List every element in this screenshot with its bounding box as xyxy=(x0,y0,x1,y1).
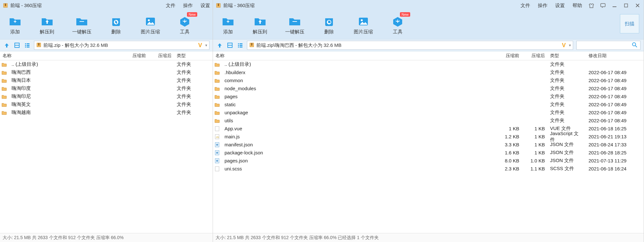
app-icon xyxy=(3,3,8,8)
list-item[interactable]: manifest.json3.3 KB1 KBJSON 文件2021-08-24… xyxy=(213,141,644,149)
file-type: 文件夹 xyxy=(174,85,213,91)
file-type: 文件夹 xyxy=(547,61,586,67)
svg-text:JS: JS xyxy=(216,136,219,139)
scan-button[interactable]: 扫描 xyxy=(620,14,639,33)
folder-icon xyxy=(1,62,7,67)
statusbar: 大小: 21.5 MB 共 2633 个文件和 912 个文件夹 压缩率 66.… xyxy=(213,233,644,242)
list-item[interactable]: static文件夹2022-06-17 08:49 xyxy=(213,100,644,108)
col-before[interactable]: 压缩前 xyxy=(123,53,148,59)
delete-button[interactable]: 删除 xyxy=(322,15,336,35)
extract-to-button[interactable]: 解压到 xyxy=(40,15,54,35)
col-date[interactable]: 修改日期 xyxy=(586,53,644,59)
col-name[interactable]: 名称 xyxy=(0,53,123,59)
list-item[interactable]: unpackage文件夹2022-06-17 08:49 xyxy=(213,108,644,117)
column-header: 名称 压缩前 压缩后 类型 xyxy=(0,51,213,60)
file-date: 2021-06-21 19:13 xyxy=(586,134,644,139)
tools-button[interactable]: New 工具 xyxy=(178,15,191,35)
list-item[interactable]: uni.scss2.3 KB1.1 KBSCSS 文件2021-06-18 16… xyxy=(213,165,644,173)
file-type: 文件夹 xyxy=(547,109,586,116)
file-icon xyxy=(214,166,220,172)
app-icon xyxy=(216,3,221,8)
image-compress-button[interactable]: 图片压缩 xyxy=(354,15,373,35)
list-item[interactable]: 嗨淘越南文件夹 xyxy=(0,108,213,117)
minimize-icon[interactable] xyxy=(611,2,618,9)
col-type[interactable]: 类型 xyxy=(547,53,586,59)
list-item[interactable]: 嗨淘日本文件夹 xyxy=(0,76,213,84)
chevron-down-icon[interactable]: ▾ xyxy=(569,43,571,48)
file-name: 嗨淘日本 xyxy=(9,77,123,83)
view-grid-icon[interactable] xyxy=(13,42,21,49)
view-list-icon[interactable] xyxy=(237,42,244,49)
path-input[interactable]: 前端.zip\嗨淘巴西 - 解包大小为 32.6 MB V ▾ xyxy=(247,41,573,50)
add-button[interactable]: 添加 xyxy=(221,15,235,35)
image-compress-button[interactable]: 图片压缩 xyxy=(141,15,160,35)
file-name: common xyxy=(222,78,496,83)
extract-to-icon xyxy=(40,15,54,27)
list-item[interactable]: common文件夹2022-06-17 08:49 xyxy=(213,76,644,84)
col-type[interactable]: 类型 xyxy=(174,53,213,59)
list-item[interactable]: 嗨淘印度文件夹 xyxy=(0,84,213,92)
path-input[interactable]: 前端.zip - 解包大小为 32.6 MB V ▾ xyxy=(34,41,209,50)
menu-settings[interactable]: 设置 xyxy=(200,3,210,9)
size-before: 1.6 KB xyxy=(496,150,522,155)
menu-help[interactable]: 帮助 xyxy=(572,3,582,9)
delete-icon xyxy=(109,15,123,27)
list-item[interactable]: package-lock.json1.6 KB1 KBJSON 文件2021-0… xyxy=(213,149,644,157)
file-type: JSON 文件 xyxy=(547,150,586,156)
pathbar: 前端.zip\嗨淘巴西 - 解包大小为 32.6 MB V ▾ xyxy=(213,39,644,51)
folder-icon xyxy=(214,86,220,91)
file-icon xyxy=(214,158,220,164)
col-name[interactable]: 名称 xyxy=(213,53,496,59)
extract-one-button[interactable]: 一键解压 xyxy=(72,15,91,35)
list-item[interactable]: pages文件夹2022-06-17 08:49 xyxy=(213,92,644,100)
menu-action[interactable]: 操作 xyxy=(183,3,193,9)
view-grid-icon[interactable] xyxy=(226,42,233,49)
toolbar: 添加 解压到 一键解压 删除 图片压缩 New 工具 xyxy=(0,11,213,39)
svg-rect-12 xyxy=(27,45,30,46)
extract-to-button[interactable]: 解压到 xyxy=(253,15,267,35)
menu-action[interactable]: 操作 xyxy=(538,3,547,9)
file-icon xyxy=(214,142,220,148)
file-name: unpackage xyxy=(222,110,496,115)
list-item[interactable]: .. (上级目录)文件夹 xyxy=(213,60,644,68)
list-item[interactable]: 嗨淘英文文件夹 xyxy=(0,100,213,108)
svg-point-27 xyxy=(361,19,363,21)
file-icon xyxy=(214,150,220,156)
menu-settings[interactable]: 设置 xyxy=(555,3,565,9)
menu-file[interactable]: 文件 xyxy=(166,3,175,9)
list-item[interactable]: JSmain.js1.2 KB1 KBJavaScript 文件2021-06-… xyxy=(213,133,644,141)
search-input[interactable] xyxy=(576,41,640,50)
image-icon xyxy=(144,15,157,27)
size-before: 8.0 KB xyxy=(496,158,522,163)
list-item[interactable]: utils文件夹2022-06-17 08:49 xyxy=(213,117,644,125)
list-item[interactable]: .. (上级目录)文件夹 xyxy=(0,60,213,68)
add-button[interactable]: 添加 xyxy=(8,15,22,35)
folder-icon xyxy=(1,102,7,108)
feedback-icon[interactable] xyxy=(599,2,606,9)
view-list-icon[interactable] xyxy=(24,42,31,49)
up-icon[interactable] xyxy=(3,42,10,49)
file-name: node_modules xyxy=(222,86,496,91)
delete-button[interactable]: 删除 xyxy=(109,15,123,35)
menu-file[interactable]: 文件 xyxy=(521,3,530,9)
extract-one-icon xyxy=(75,15,89,27)
list-item[interactable]: pages.json8.0 KB1.0 KBJSON 文件2021-07-13 … xyxy=(213,157,644,165)
col-after[interactable]: 压缩后 xyxy=(522,53,547,59)
up-icon[interactable] xyxy=(216,42,223,49)
close-icon[interactable] xyxy=(634,2,641,9)
list-item[interactable]: .hbuilderx文件夹2022-06-17 08:49 xyxy=(213,68,644,76)
chevron-down-icon[interactable]: ▾ xyxy=(205,43,207,48)
list-item[interactable]: 嗨淘巴西文件夹 xyxy=(0,68,213,76)
list-item[interactable]: 嗨淘印尼文件夹 xyxy=(0,92,213,100)
list-item[interactable]: node_modules文件夹2022-06-17 08:49 xyxy=(213,84,644,92)
extract-one-button[interactable]: 一键解压 xyxy=(285,15,304,35)
menu-bar: 文件 操作 设置 xyxy=(166,3,210,9)
skin-icon[interactable] xyxy=(588,2,595,9)
maximize-icon[interactable] xyxy=(623,2,630,9)
col-before[interactable]: 压缩前 xyxy=(496,53,522,59)
col-after[interactable]: 压缩后 xyxy=(148,53,174,59)
tools-button[interactable]: New 工具 xyxy=(391,15,404,35)
pathbar: 前端.zip - 解包大小为 32.6 MB V ▾ xyxy=(0,39,213,51)
size-before: 3.3 KB xyxy=(496,142,522,147)
folder-icon xyxy=(1,86,7,91)
